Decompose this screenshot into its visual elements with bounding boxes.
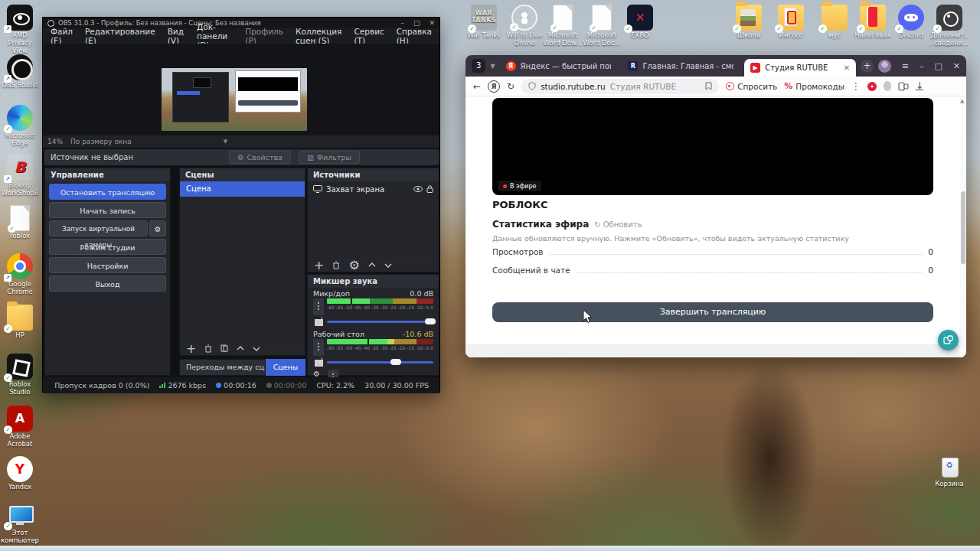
desktop-icon-amd-privacy-view[interactable]: ↗ AMD Privacy View: [0, 5, 40, 54]
desktop-icon-discord[interactable]: ✓ Discord: [891, 5, 931, 40]
desktop-icon-hp[interactable]: ✓ HP: [0, 305, 40, 340]
mixer-channel-menu-button[interactable]: [313, 339, 324, 356]
back-icon[interactable]: ←: [473, 81, 481, 92]
tab-scene-transitions[interactable]: Переходы между сц...: [179, 359, 266, 376]
obs-maximize-button[interactable]: □: [413, 19, 420, 27]
desktop-icon-obs-studio[interactable]: ↗ OBS Studio: [0, 54, 40, 90]
virtual-camera-button[interactable]: Запуск виртуальной камеры: [49, 220, 148, 236]
browser-close-button[interactable]: ✕: [953, 61, 960, 71]
scroll-up-arrow[interactable]: ▲: [960, 98, 964, 104]
desktop-icon-nalogovaya[interactable]: ✓ Налоговая: [853, 5, 893, 40]
desktop-icon-mus[interactable]: ✓ мус: [815, 5, 854, 40]
obs-minimize-button[interactable]: –: [400, 19, 404, 27]
virtual-camera-settings-button[interactable]: ⚙: [149, 220, 166, 236]
address-bar[interactable]: studio.rutube.ru Студия RUTUBE: [521, 79, 719, 94]
yandex-button[interactable]: Я: [488, 80, 500, 93]
obs-close-button[interactable]: ✕: [429, 19, 435, 27]
add-scene-button[interactable]: +: [186, 341, 196, 356]
desktop-icon-ingoss[interactable]: ✓ Ингосс: [771, 5, 811, 40]
obs-preview-area[interactable]: [43, 44, 439, 135]
visibility-eye-icon[interactable]: [413, 186, 423, 192]
settings-button[interactable]: Настройки: [49, 257, 166, 273]
speaker-icon[interactable]: [313, 317, 324, 326]
move-scene-up-button[interactable]: [237, 346, 244, 351]
profile-avatar[interactable]: [878, 60, 891, 73]
move-scene-down-button[interactable]: [253, 346, 260, 351]
chevron-down-icon[interactable]: ▼: [490, 63, 495, 70]
volume-slider[interactable]: [327, 361, 433, 364]
scene-list-item[interactable]: Сцена: [180, 181, 305, 197]
desktop-icon-recycle-bin[interactable]: Корзина: [929, 453, 969, 488]
volume-slider[interactable]: [327, 321, 433, 323]
obs-mixer-title[interactable]: Микшер звука: [308, 275, 439, 288]
obs-properties-button[interactable]: ⚙ Свойства: [229, 151, 291, 164]
tab-counter[interactable]: 3: [472, 59, 485, 73]
desktop-icon-microsoft-edge[interactable]: ✓ Microsoft Edge: [0, 105, 40, 148]
source-properties-button[interactable]: ⚙: [348, 258, 359, 272]
obs-menu-scene-collection[interactable]: Коллекция сцен (S): [296, 27, 341, 45]
desktop-icon-shkola[interactable]: ✓ Школа: [729, 5, 769, 40]
desktop-icon-word-doc-1[interactable]: ✓ Microsoft Word Dow...: [543, 5, 583, 47]
remove-source-button[interactable]: [332, 261, 340, 269]
speaker-icon[interactable]: [313, 357, 324, 367]
desktop-icon-extra-info[interactable]: ✓ Дополнит... сведени...: [929, 5, 969, 47]
tab-scenes[interactable]: Сцены: [266, 359, 305, 376]
obs-sources-title[interactable]: Источники: [308, 168, 439, 181]
site-shield-icon[interactable]: [528, 82, 536, 90]
extension-flower-icon[interactable]: [867, 82, 877, 91]
add-source-button[interactable]: +: [314, 258, 324, 272]
end-stream-button[interactable]: Завершить трансляцию: [492, 302, 933, 322]
volume-slider-knob[interactable]: [390, 359, 401, 365]
obs-controls-title[interactable]: Управление: [45, 168, 170, 181]
desktop-icon-word-doc-2[interactable]: ✓ Microsoft Word Doc...: [582, 5, 622, 47]
obs-menu-profile[interactable]: Профиль (P): [245, 27, 283, 45]
obs-menu-view[interactable]: Вид (V): [168, 27, 185, 45]
obs-filters-button[interactable]: ▥ Фильтры: [299, 151, 360, 164]
desktop-icon-roblox-studio[interactable]: ✓ Roblox Studio: [0, 354, 40, 396]
studio-mode-button[interactable]: Режим студии: [49, 239, 166, 255]
tab-yandex-search[interactable]: Я Яндекс — быстрый поис: [500, 61, 618, 71]
refresh-stats-button[interactable]: ↻ Обновить: [594, 220, 642, 229]
stop-streaming-button[interactable]: Остановить трансляцию: [49, 184, 166, 200]
mixer-channel-menu-button[interactable]: [313, 298, 324, 315]
obs-scenes-title[interactable]: Сцены: [180, 168, 305, 181]
desktop-icon-this-pc[interactable]: ✓ Этот компьютер: [0, 502, 40, 545]
bookmark-icon[interactable]: [705, 82, 712, 90]
desktop-icon-adobe-acrobat[interactable]: ✓ Adobe Acrobat: [0, 406, 40, 448]
browser-minimize-button[interactable]: –: [920, 61, 924, 71]
more-options-icon[interactable]: ⋮: [851, 81, 861, 92]
desktop-icon-yandex[interactable]: Yandex: [0, 456, 40, 491]
duplicate-scene-button[interactable]: [220, 344, 228, 352]
scrollbar-thumb[interactable]: [961, 191, 965, 264]
new-tab-button[interactable]: +: [861, 60, 874, 73]
desktop-icon-exbo[interactable]: ✓ EXBO: [620, 5, 660, 40]
alice-ask-button[interactable]: Спросить: [726, 82, 777, 91]
obs-menu-file[interactable]: Файл (F): [51, 27, 73, 45]
downloads-icon[interactable]: ↓: [916, 82, 923, 90]
tab-rutube-home[interactable]: R Главная: Главная - смот: [622, 61, 740, 71]
move-source-down-button[interactable]: [384, 262, 392, 268]
chevron-down-icon[interactable]: ▼: [224, 139, 227, 145]
live-video-player[interactable]: В эфире: [492, 98, 933, 195]
refresh-icon[interactable]: ↻: [507, 81, 514, 92]
taskbar[interactable]: [0, 546, 980, 551]
browser-menu-icon[interactable]: ≡: [902, 61, 909, 71]
desktop-icon-google-chrome[interactable]: ↗ Google Chrome: [0, 253, 40, 296]
lock-icon[interactable]: [426, 185, 433, 193]
promocodes-button[interactable]: % Промокоды: [784, 81, 844, 91]
collections-icon[interactable]: [898, 82, 909, 91]
desktop-icon-bloody-workshop[interactable]: ↗ Bloody WorkShop8: [0, 155, 40, 197]
tab-rutube-studio[interactable]: ▶ Студия RUTUBE ✕: [744, 59, 856, 77]
remove-scene-button[interactable]: [204, 344, 212, 353]
exit-button[interactable]: Выход: [49, 276, 166, 292]
source-list-item[interactable]: Захват экрана: [308, 181, 439, 197]
desktop-icon-will-to-live[interactable]: ✓ Will to Live Online: [505, 5, 544, 47]
support-chat-button[interactable]: [938, 330, 959, 350]
page-scrollbar[interactable]: ▲: [959, 96, 966, 357]
close-tab-icon[interactable]: ✕: [844, 64, 850, 72]
volume-slider-knob[interactable]: [425, 318, 436, 324]
obs-menu-help[interactable]: Справка (H): [397, 27, 432, 45]
desktop-icon-roblox[interactable]: ✓ roblox: [0, 205, 40, 240]
desktop-icon-war-tanks[interactable]: ✓ War Tanks: [464, 5, 504, 40]
start-recording-button[interactable]: Начать запись: [49, 202, 166, 218]
